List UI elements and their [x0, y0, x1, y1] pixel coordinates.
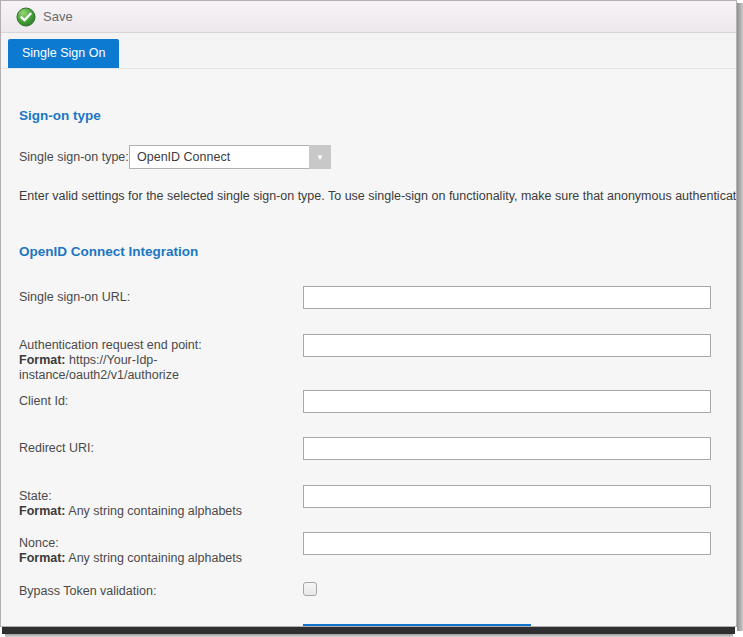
- tab-single-sign-on[interactable]: Single Sign On: [8, 39, 119, 68]
- field-row-sso-url: Single sign-on URL:: [19, 286, 736, 309]
- window-inner: Save Single Sign On Sign-on type Single …: [0, 0, 737, 627]
- save-label: Save: [43, 9, 73, 24]
- generate-login-uri-button[interactable]: Generate 'Initiate Login URI': [303, 624, 531, 626]
- single-sign-on-url-input[interactable]: [303, 286, 711, 309]
- tab-bar: Single Sign On: [1, 33, 736, 68]
- state-format: Format: Any string containing alphabets: [19, 504, 303, 519]
- settings-window: Save Single Sign On Sign-on type Single …: [0, 0, 743, 637]
- sso-url-label: Single sign-on URL:: [19, 290, 303, 305]
- field-row-client-id: Client Id:: [19, 390, 736, 413]
- field-row-state: State: Format: Any string containing alp…: [19, 485, 736, 519]
- field-label-col: Authentication request end point: Format…: [19, 334, 303, 383]
- field-label-col: State: Format: Any string containing alp…: [19, 485, 303, 519]
- generate-button-row: Generate 'Initiate Login URI': [303, 624, 736, 626]
- signon-type-select[interactable]: OpenID Connect ▼: [129, 145, 331, 169]
- field-row-nonce: Nonce: Format: Any string containing alp…: [19, 532, 736, 566]
- signon-type-heading: Sign-on type: [19, 107, 736, 124]
- window-bottom-bar: [2, 627, 735, 634]
- format-label: Format:: [19, 551, 66, 565]
- signon-type-label: Single sign-on type:: [19, 150, 129, 164]
- nonce-label: Nonce:: [19, 536, 303, 551]
- nonce-format: Format: Any string containing alphabets: [19, 551, 303, 566]
- client-id-label: Client Id:: [19, 394, 303, 409]
- field-label-col: Redirect URI:: [19, 437, 303, 456]
- state-input[interactable]: [303, 485, 711, 508]
- format-text: Any string containing alphabets: [66, 551, 243, 565]
- field-row-redirect-uri: Redirect URI:: [19, 437, 736, 460]
- bypass-token-label: Bypass Token validation:: [19, 582, 303, 598]
- field-label-col: Nonce: Format: Any string containing alp…: [19, 532, 303, 566]
- signon-type-row: Single sign-on type: OpenID Connect ▼: [19, 145, 736, 169]
- auth-request-endpoint-input[interactable]: [303, 334, 711, 357]
- nonce-input[interactable]: [303, 532, 711, 555]
- redirect-uri-label: Redirect URI:: [19, 441, 303, 456]
- field-label-col: Client Id:: [19, 390, 303, 409]
- format-label: Format:: [19, 353, 66, 367]
- format-label: Format:: [19, 504, 66, 518]
- signon-type-value: OpenID Connect: [130, 150, 309, 164]
- openid-heading: OpenID Connect Integration: [19, 243, 736, 260]
- field-label-col: Single sign-on URL:: [19, 286, 303, 305]
- signon-description: Enter valid settings for the selected si…: [19, 189, 736, 203]
- window-right-shadow: [737, 3, 743, 631]
- auth-endpoint-label: Authentication request end point:: [19, 338, 303, 353]
- chevron-down-icon[interactable]: ▼: [309, 145, 331, 169]
- save-check-icon: [16, 7, 36, 27]
- field-row-auth-endpoint: Authentication request end point: Format…: [19, 334, 736, 383]
- bypass-token-checkbox[interactable]: [303, 582, 317, 596]
- format-text: Any string containing alphabets: [66, 504, 243, 518]
- state-label: State:: [19, 489, 303, 504]
- save-button[interactable]: Save: [16, 7, 73, 27]
- bypass-token-row: Bypass Token validation:: [19, 582, 736, 598]
- redirect-uri-input[interactable]: [303, 437, 711, 460]
- content-panel: Sign-on type Single sign-on type: OpenID…: [1, 68, 736, 626]
- client-id-input[interactable]: [303, 390, 711, 413]
- auth-endpoint-format: Format: https://Your-Idp-instance/oauth2…: [19, 353, 303, 383]
- toolbar: Save: [1, 1, 736, 33]
